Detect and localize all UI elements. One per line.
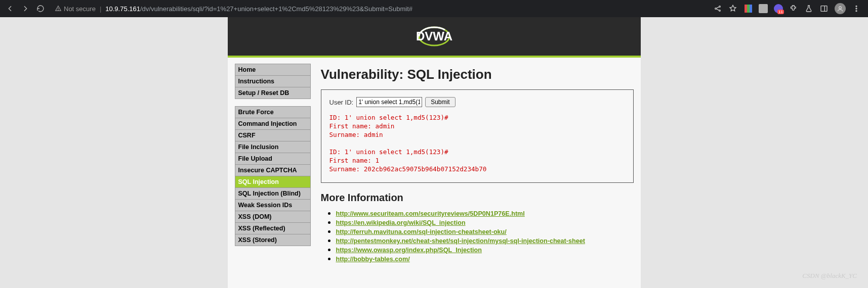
form-box: User ID: Submit ID: 1' union select 1,md…	[321, 89, 634, 183]
svg-point-7	[856, 8, 857, 9]
sidebar-item[interactable]: File Upload	[235, 153, 311, 165]
sidebar-item[interactable]: SQL Injection	[235, 176, 311, 188]
app-header: DVWA	[228, 17, 641, 56]
info-link[interactable]: https://www.owasp.org/index.php/SQL_Inje…	[336, 247, 482, 254]
sidebar: HomeInstructionsSetup / Reset DB Brute F…	[228, 64, 314, 270]
main-content: Vulnerability: SQL Injection User ID: Su…	[314, 64, 641, 270]
user-id-label: User ID:	[329, 99, 354, 106]
extension-3-icon[interactable]: 11	[774, 4, 783, 13]
side-panel-icon[interactable]	[819, 4, 829, 13]
app-container: DVWA HomeInstructionsSetup / Reset DB Br…	[228, 17, 641, 288]
dvwa-logo[interactable]: DVWA	[404, 22, 465, 51]
profile-icon[interactable]	[835, 3, 846, 14]
sidebar-item[interactable]: Command Injection	[235, 118, 311, 130]
extension-2-icon[interactable]	[759, 4, 768, 13]
svg-point-8	[856, 11, 857, 12]
list-item: http://ferruh.mavituna.com/sql-injection…	[336, 227, 634, 236]
sidebar-item[interactable]: Setup / Reset DB	[235, 87, 311, 99]
info-link[interactable]: http://bobby-tables.com/	[336, 256, 410, 263]
url-host: 10.9.75.161	[105, 5, 140, 13]
svg-point-3	[719, 10, 721, 12]
menu-group-1: HomeInstructionsSetup / Reset DB	[235, 64, 311, 99]
watermark: CSDN @blackK_YC	[802, 272, 857, 280]
info-link[interactable]: https://en.wikipedia.org/wiki/SQL_inject…	[336, 219, 466, 226]
not-secure-label: Not secure	[64, 5, 96, 13]
svg-point-5	[839, 7, 842, 9]
svg-text:DVWA: DVWA	[416, 29, 452, 43]
list-item: http://www.securiteam.com/securityreview…	[336, 209, 634, 218]
menu-icon[interactable]	[852, 4, 861, 13]
back-button[interactable]	[4, 3, 16, 15]
submit-button[interactable]: Submit	[425, 97, 455, 107]
svg-point-2	[719, 6, 721, 8]
forward-button[interactable]	[19, 3, 31, 15]
menu-group-2: Brute ForceCommand InjectionCSRFFile Inc…	[235, 106, 311, 246]
sidebar-item[interactable]: File Inclusion	[235, 141, 311, 153]
sidebar-item[interactable]: Insecure CAPTCHA	[235, 165, 311, 176]
sidebar-item[interactable]: Home	[235, 64, 311, 76]
url-separator: |	[100, 5, 101, 13]
svg-point-1	[715, 8, 717, 10]
sidebar-item[interactable]: XSS (Reflected)	[235, 223, 311, 234]
info-link[interactable]: http://pentestmonkey.net/cheat-sheet/sql…	[336, 237, 585, 245]
labs-flask-icon[interactable]	[804, 4, 813, 13]
svg-rect-4	[821, 6, 827, 12]
browser-toolbar: Not secure | 10.9.75.161/dv/vulnerabilit…	[0, 0, 868, 17]
sidebar-item[interactable]: XSS (DOM)	[235, 211, 311, 223]
user-id-input[interactable]	[356, 97, 422, 107]
svg-point-0	[58, 10, 59, 11]
query-results: ID: 1' union select 1,md5(123)# First na…	[329, 113, 625, 173]
page-body: DVWA HomeInstructionsSetup / Reset DB Br…	[0, 17, 868, 288]
page-title: Vulnerability: SQL Injection	[321, 67, 634, 82]
list-item: http://bobby-tables.com/	[336, 254, 634, 263]
list-item: https://en.wikipedia.org/wiki/SQL_inject…	[336, 218, 634, 227]
list-item: http://pentestmonkey.net/cheat-sheet/sql…	[336, 236, 634, 245]
sidebar-item[interactable]: Brute Force	[235, 106, 311, 118]
security-indicator[interactable]: Not secure	[55, 5, 96, 13]
share-icon[interactable]	[713, 4, 722, 13]
list-item: https://www.owasp.org/index.php/SQL_Inje…	[336, 245, 634, 254]
sidebar-item[interactable]: Weak Session IDs	[235, 200, 311, 211]
extension-1-icon[interactable]	[743, 4, 753, 13]
sidebar-item[interactable]: Instructions	[235, 76, 311, 87]
url-text: 10.9.75.161/dv/vulnerabilities/sqli/?id=…	[105, 5, 412, 13]
url-path: /dv/vulnerabilities/sqli/?id=1%27+union+…	[140, 5, 412, 13]
reload-button[interactable]	[34, 3, 47, 15]
sidebar-item[interactable]: CSRF	[235, 130, 311, 141]
more-info-links: http://www.securiteam.com/securityreview…	[336, 209, 634, 263]
bookmark-icon[interactable]	[728, 4, 737, 13]
sidebar-item[interactable]: XSS (Stored)	[235, 234, 311, 246]
extensions-puzzle-icon[interactable]	[789, 4, 798, 13]
info-link[interactable]: http://www.securiteam.com/securityreview…	[336, 210, 525, 217]
url-bar[interactable]: Not secure | 10.9.75.161/dv/vulnerabilit…	[50, 5, 710, 13]
svg-point-6	[856, 6, 857, 7]
sidebar-item[interactable]: SQL Injection (Blind)	[235, 188, 311, 200]
extension-icons: 11	[713, 3, 864, 14]
more-info-title: More Information	[321, 192, 634, 204]
info-link[interactable]: http://ferruh.mavituna.com/sql-injection…	[336, 228, 507, 235]
